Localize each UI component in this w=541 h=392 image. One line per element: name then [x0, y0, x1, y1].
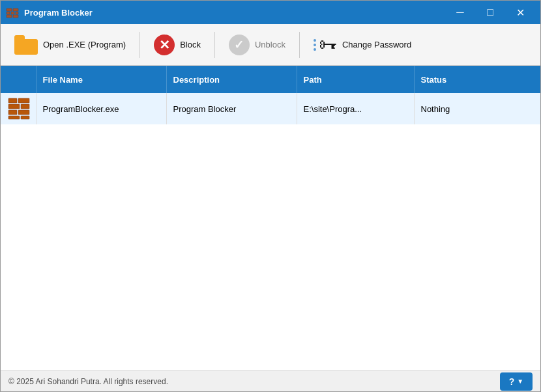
folder-icon — [14, 35, 38, 55]
help-button[interactable]: ? ▼ — [500, 372, 533, 391]
open-exe-button[interactable]: Open .EXE (Program) — [6, 28, 134, 62]
block-button[interactable]: ✕ Block — [145, 28, 209, 62]
svg-rect-11 — [8, 110, 17, 115]
key-shape: 🗝 — [319, 34, 337, 55]
col-header-filename: File Name — [36, 66, 166, 93]
status-bar: © 2025 Ari Sohandri Putra. All rights re… — [1, 371, 540, 391]
svg-rect-13 — [8, 116, 20, 119]
window-title: Program Blocker — [24, 8, 445, 18]
col-header-icon — [1, 66, 36, 93]
row-filename: ProgramBlocker.exe — [36, 93, 166, 124]
col-header-path: Path — [297, 66, 414, 93]
divider-2 — [214, 32, 215, 58]
password-icon: 🗝 — [314, 34, 337, 55]
unblock-icon: ✓ — [229, 35, 250, 55]
svg-rect-3 — [11, 12, 14, 14]
svg-rect-14 — [21, 116, 29, 119]
unblock-label: Unblock — [255, 40, 285, 49]
program-table: File Name Description Path Status — [1, 66, 540, 124]
divider-1 — [139, 32, 140, 58]
svg-rect-1 — [13, 8, 18, 11]
help-label: ? — [509, 376, 515, 387]
title-bar: Program Blocker ─ □ ✕ — [1, 1, 540, 24]
close-button[interactable]: ✕ — [505, 1, 535, 24]
svg-rect-10 — [21, 104, 29, 109]
svg-rect-8 — [18, 98, 29, 103]
help-chevron: ▼ — [517, 378, 523, 385]
svg-rect-7 — [8, 98, 17, 103]
table-row[interactable]: ProgramBlocker.exeProgram BlockerE:\site… — [1, 93, 540, 124]
program-list: File Name Description Path Status — [1, 66, 540, 371]
svg-rect-9 — [8, 104, 20, 109]
row-icon-cell — [1, 93, 36, 124]
row-path: E:\site\Progra... — [297, 93, 414, 124]
change-password-button[interactable]: 🗝 Change Password — [305, 28, 420, 62]
col-header-description: Description — [166, 66, 297, 93]
toolbar: Open .EXE (Program) ✕ Block ✓ Unblock 🗝 — [1, 24, 540, 66]
table-header-row: File Name Description Path Status — [1, 66, 540, 93]
maximize-button[interactable]: □ — [475, 1, 505, 24]
col-header-status: Status — [414, 66, 540, 93]
svg-rect-6 — [13, 15, 18, 18]
svg-rect-4 — [16, 12, 18, 14]
svg-rect-2 — [7, 12, 10, 14]
key-dot-1 — [314, 39, 316, 42]
window-controls: ─ □ ✕ — [445, 1, 535, 24]
change-password-label: Change Password — [342, 40, 411, 49]
copyright-text: © 2025 Ari Sohandri Putra. All rights re… — [8, 377, 168, 386]
unblock-button[interactable]: ✓ Unblock — [220, 28, 294, 62]
main-window: Program Blocker ─ □ ✕ Open .EXE (Program… — [0, 0, 541, 392]
app-icon — [6, 6, 19, 19]
key-dot-2 — [314, 44, 316, 46]
brick-icon — [7, 97, 31, 120]
divider-3 — [299, 32, 300, 58]
svg-rect-12 — [18, 110, 29, 115]
minimize-button[interactable]: ─ — [445, 1, 475, 24]
svg-rect-0 — [7, 8, 12, 11]
key-dots — [314, 39, 316, 51]
block-icon: ✕ — [154, 35, 175, 55]
key-dot-3 — [314, 48, 316, 51]
open-exe-label: Open .EXE (Program) — [43, 40, 126, 49]
svg-rect-5 — [7, 15, 12, 18]
block-label: Block — [180, 40, 201, 49]
row-description: Program Blocker — [166, 93, 297, 124]
row-status: Nothing — [414, 93, 540, 124]
